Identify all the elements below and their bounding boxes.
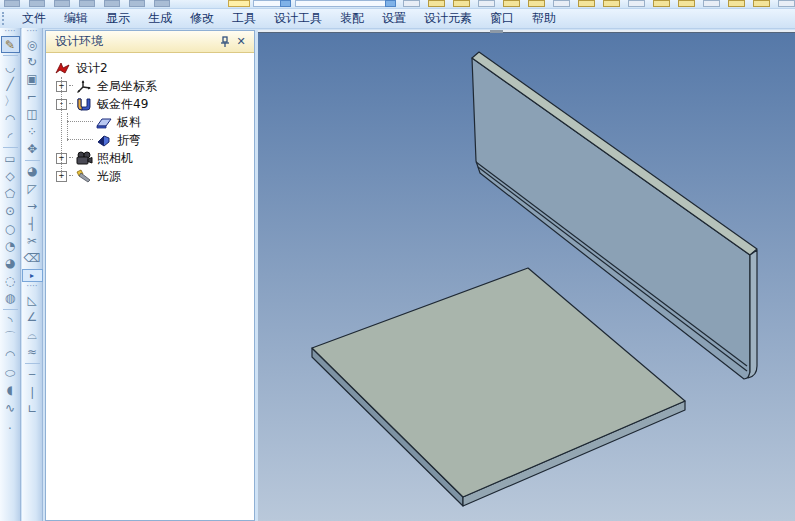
toolbar-separator <box>3 147 18 148</box>
tree-item-全局坐标系[interactable]: +全局坐标系 <box>46 77 254 95</box>
tree-guide <box>67 113 68 141</box>
arrow-icon[interactable]: → <box>23 198 42 215</box>
fill-rect-icon[interactable]: ▣ <box>23 71 42 88</box>
menu-item-11[interactable]: 帮助 <box>523 8 565 29</box>
close-icon[interactable]: ✕ <box>233 34 249 49</box>
tree-item-label: 全局坐标系 <box>97 78 157 95</box>
wave-dim-icon[interactable]: ≈ <box>23 343 42 360</box>
tree-item-光源[interactable]: +光源 <box>46 167 254 185</box>
vline-icon[interactable]: ❘ <box>23 383 42 400</box>
design-doc-icon <box>54 61 72 76</box>
rectangle-icon[interactable]: ▭ <box>1 150 20 167</box>
point-icon[interactable]: . <box>1 416 20 433</box>
tree-item-label: 光源 <box>97 168 121 185</box>
toolbar-icon-fragment <box>678 0 695 7</box>
viewport-scene[interactable] <box>258 30 795 521</box>
viewport-3d[interactable] <box>258 30 795 521</box>
toolbar-icon-fragment <box>503 0 520 7</box>
mirror-icon[interactable]: ◫ <box>23 106 42 123</box>
tree-item-照相机[interactable]: +照相机 <box>46 149 254 167</box>
toolbar-icon-fragment <box>228 0 250 7</box>
line-icon[interactable]: ╱ <box>1 76 20 93</box>
node-chain-icon[interactable]: ⁘ <box>23 123 42 140</box>
closed-spline-icon[interactable]: ◖ <box>1 381 20 398</box>
diamond-icon[interactable]: ◇ <box>1 168 20 185</box>
dash-icon[interactable]: ‒ <box>23 366 42 383</box>
arc-node-icon[interactable]: ◠ <box>1 347 20 364</box>
scissors-icon[interactable]: ✂ <box>23 232 42 249</box>
tree-item-板料[interactable]: 板料 <box>46 113 254 131</box>
fillet-arc-icon[interactable]: ◝ <box>1 312 20 329</box>
toolbar-icon-fragment <box>628 0 645 7</box>
spline-icon[interactable]: ∿ <box>1 399 20 416</box>
sketch-2d-icon[interactable]: ✎ <box>1 36 20 53</box>
circle-icon[interactable]: ○ <box>1 220 20 237</box>
light-source-icon <box>75 169 93 184</box>
menu-item-1[interactable]: 编辑 <box>55 8 97 29</box>
toolbar-icon-fragment <box>603 0 620 7</box>
panel-header: 设计环境 ✕ <box>46 31 254 53</box>
toolbar-icon-fragment <box>4 0 20 7</box>
menu-item-8[interactable]: 设置 <box>373 8 415 29</box>
corner-patch-icon[interactable]: ◸ <box>23 180 42 197</box>
tree-connector <box>69 103 73 105</box>
trim-icon[interactable]: ┤ <box>23 215 42 232</box>
menu-item-2[interactable]: 显示 <box>97 8 139 29</box>
toolbar-icon-fragment <box>154 0 170 7</box>
toolbar-icon-fragment <box>778 0 795 7</box>
circle-2pt-icon[interactable]: ◕ <box>1 255 20 272</box>
tangent-arc-icon[interactable]: ◜ <box>1 128 20 145</box>
toolbar-grip[interactable]: ···· <box>4 29 15 36</box>
menu-item-9[interactable]: 设计元素 <box>415 8 481 29</box>
toolbar-draw-column-2: ····◎↻▣⌐◫⁘✥◕◸→┤✂⌫▸····◺∠⌓≈‒❘∟ <box>22 28 43 521</box>
menu-bar: 文件编辑显示生成修改工具设计工具装配设置设计元素窗口帮助 <box>0 9 795 29</box>
toolbar-icon-fragment <box>403 0 420 7</box>
node-cross-icon[interactable]: ✥ <box>23 140 42 157</box>
pentagon-icon[interactable]: ⬠ <box>1 185 20 202</box>
arc-endpoint-icon[interactable]: ◡ <box>1 58 20 75</box>
tree-connector <box>69 85 73 87</box>
design-environment-panel: 设计环境 ✕ 设计2+全局坐标系-钣金件49板料折弯+照相机+光源 <box>45 30 255 521</box>
toolbar-grip[interactable]: ···· <box>26 284 37 291</box>
circle-center-icon[interactable]: ⊙ <box>1 203 20 220</box>
tree-item-label: 板料 <box>117 114 141 131</box>
camera-icon <box>75 151 93 166</box>
plate-icon <box>95 115 113 130</box>
ruler-icon[interactable]: ◺ <box>23 291 42 308</box>
pin-icon[interactable] <box>217 34 233 49</box>
arc-plus-icon[interactable]: ⌒ <box>1 329 20 346</box>
tree-item-钣金件49[interactable]: -钣金件49 <box>46 95 254 113</box>
tree-item-label: 照相机 <box>97 150 133 167</box>
tree-item-设计2[interactable]: 设计2 <box>46 59 254 77</box>
menu-item-4[interactable]: 修改 <box>181 8 223 29</box>
toolbar-grip[interactable]: ···· <box>26 29 37 36</box>
ellipse-icon[interactable]: ⬭ <box>1 364 20 381</box>
angle-icon[interactable]: ∠ <box>23 308 42 325</box>
polyline-icon[interactable]: 〉 <box>1 93 20 110</box>
toolbar-icon-fragment <box>295 0 387 7</box>
rotate-icon[interactable]: ↻ <box>23 53 42 70</box>
circle-ttt-icon[interactable]: ◌ <box>1 272 20 289</box>
menu-item-3[interactable]: 生成 <box>139 8 181 29</box>
bend-icon <box>95 133 113 148</box>
profile-icon[interactable]: ⌐ <box>23 88 42 105</box>
circle-node-icon[interactable]: ◍ <box>1 289 20 306</box>
tree-item-label: 设计2 <box>76 60 108 77</box>
toolbar-separator <box>3 55 18 56</box>
quarter-disc-icon[interactable]: ◕ <box>23 163 42 180</box>
offset-circles-icon[interactable]: ◎ <box>23 36 42 53</box>
menu-item-5[interactable]: 工具 <box>223 8 265 29</box>
toolbar-icon-fragment <box>428 0 445 7</box>
menu-item-6[interactable]: 设计工具 <box>265 8 331 29</box>
menu-item-7[interactable]: 装配 <box>331 8 373 29</box>
menu-item-10[interactable]: 窗口 <box>481 8 523 29</box>
circle-3pt-icon[interactable]: ◔ <box>1 237 20 254</box>
eraser-icon[interactable]: ⌫ <box>23 250 42 267</box>
corner-l-icon[interactable]: ∟ <box>23 400 42 417</box>
arc-dim-icon[interactable]: ⌓ <box>23 326 42 343</box>
toolbar-separator <box>25 363 40 364</box>
toolbar-icon-fragment <box>653 0 670 7</box>
flat-plate-top-face[interactable] <box>312 268 685 497</box>
arc-icon[interactable]: ◠ <box>1 111 20 128</box>
tree-item-折弯[interactable]: 折弯 <box>46 131 254 149</box>
